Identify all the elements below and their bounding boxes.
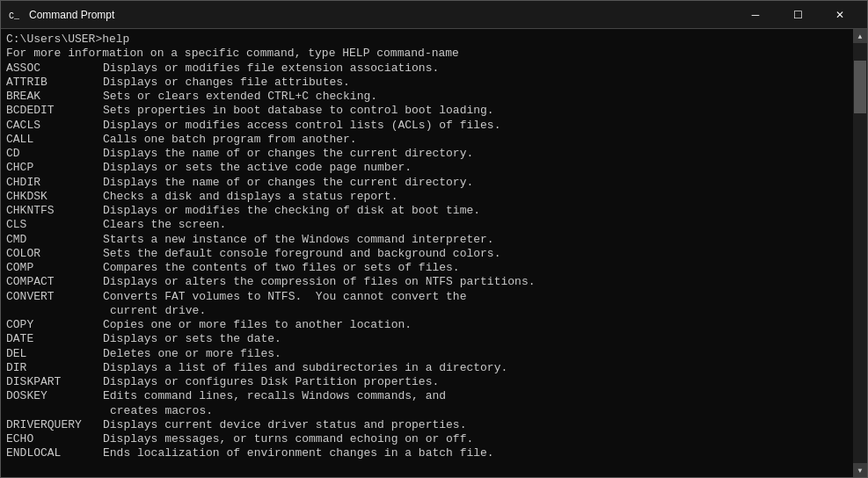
scroll-down-arrow[interactable]: ▼ xyxy=(853,463,867,477)
cmd-date: DATEDisplays or sets the date. xyxy=(6,332,848,346)
scroll-up-arrow[interactable]: ▲ xyxy=(853,29,867,43)
cmd-copy: COPYCopies one or more files to another … xyxy=(6,318,848,332)
scrollbar-thumb[interactable] xyxy=(854,61,866,113)
cmd-chkntfs: CHKNTFSDisplays or modifies the checking… xyxy=(6,204,848,218)
cmd-convert-1: CONVERTConverts FAT volumes to NTFS. You… xyxy=(6,290,848,304)
cmd-attrib: ATTRIBDisplays or changes file attribute… xyxy=(6,76,848,90)
window-controls: ─ ☐ ✕ xyxy=(735,1,860,29)
window-title: Command Prompt xyxy=(29,9,735,21)
scrollbar-track[interactable] xyxy=(853,43,867,463)
cmd-del: DELDeletes one or more files. xyxy=(6,347,848,361)
cmd-diskpart: DISKPARTDisplays or configures Disk Part… xyxy=(6,375,848,389)
cmd-color: COLORSets the default console foreground… xyxy=(6,247,848,261)
cmd-driverquery: DRIVERQUERYDisplays current device drive… xyxy=(6,418,848,432)
cmd-chdir: CHDIRDisplays the name of or changes the… xyxy=(6,176,848,190)
cmd-bcdedit: BCDEDITSets properties in boot database … xyxy=(6,104,848,118)
cmd-comp: COMPCompares the contents of two files o… xyxy=(6,261,848,275)
close-button[interactable]: ✕ xyxy=(820,1,860,29)
cmd-break: BREAKSets or clears extended CTRL+C chec… xyxy=(6,90,848,104)
cmd-cd: CDDisplays the name of or changes the cu… xyxy=(6,147,848,161)
command-prompt-window: C_ Command Prompt ─ ☐ ✕ C:\Users\USER>he… xyxy=(0,0,868,478)
cmd-dir: DIRDisplays a list of files and subdirec… xyxy=(6,361,848,375)
minimize-button[interactable]: ─ xyxy=(735,1,776,29)
cmd-compact: COMPACTDisplays or alters the compressio… xyxy=(6,275,848,289)
cmd-assoc: ASSOCDisplays or modifies file extension… xyxy=(6,62,848,76)
vertical-scrollbar[interactable]: ▲ ▼ xyxy=(853,29,867,477)
maximize-button[interactable]: ☐ xyxy=(777,1,818,29)
title-bar: C_ Command Prompt ─ ☐ ✕ xyxy=(1,1,867,29)
prompt-line: C:\Users\USER>help xyxy=(6,33,848,47)
cmd-doskey-1: DOSKEYEdits command lines, recalls Windo… xyxy=(6,389,848,403)
prompt-text: C:\Users\USER>help xyxy=(6,33,129,46)
terminal-output[interactable]: C:\Users\USER>help For more information … xyxy=(1,29,853,477)
cmd-call: CALLCalls one batch program from another… xyxy=(6,133,848,147)
app-icon: C_ xyxy=(8,8,22,22)
cmd-endlocal: ENDLOCALEnds localization of environment… xyxy=(6,446,848,460)
cmd-echo: ECHODisplays messages, or turns command … xyxy=(6,432,848,446)
cmd-cacls: CACLSDisplays or modifies access control… xyxy=(6,119,848,133)
content-area: C:\Users\USER>help For more information … xyxy=(1,29,867,477)
intro-line: For more information on a specific comma… xyxy=(6,47,848,61)
cmd-cmd: CMDStarts a new instance of the Windows … xyxy=(6,233,848,247)
svg-text:C_: C_ xyxy=(9,11,20,21)
cmd-chcp: CHCPDisplays or sets the active code pag… xyxy=(6,161,848,175)
cmd-doskey-2: creates macros. xyxy=(6,404,848,418)
cmd-convert-2: current drive. xyxy=(6,304,848,318)
cmd-chkdsk: CHKDSKChecks a disk and displays a statu… xyxy=(6,190,848,204)
cmd-cls: CLSClears the screen. xyxy=(6,218,848,232)
